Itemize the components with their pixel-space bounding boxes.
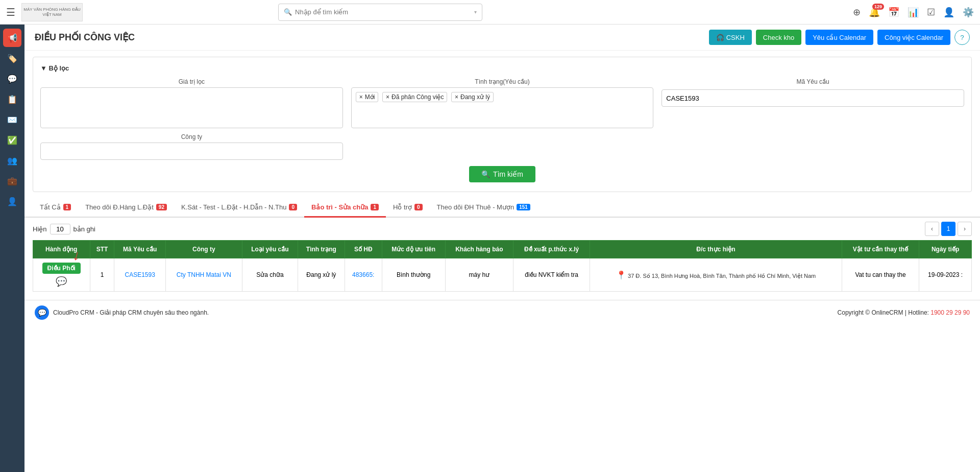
- prev-page-button[interactable]: ‹: [925, 222, 939, 236]
- footer-left-text: CloudPro CRM - Giải pháp CRM chuyên sâu …: [53, 309, 209, 316]
- logo-image: MÁY VĂN PHÒNG HÀNG ĐẦU VIỆT NAM: [21, 3, 83, 21]
- tag-da-phan[interactable]: × Đã phân Công việc: [382, 92, 447, 102]
- tag-remove-icon[interactable]: ×: [359, 93, 363, 101]
- filter-toggle[interactable]: ▼ Bộ lọc: [40, 64, 964, 72]
- tab-theo-doi-dhang[interactable]: Theo dõi Đ.Hàng L.Đặt 92: [78, 198, 174, 218]
- ma-yeu-cau-input[interactable]: [662, 89, 964, 107]
- messenger-icon: 💬: [35, 305, 49, 320]
- sidebar-item-chat[interactable]: 💬: [3, 69, 21, 88]
- pagination: ‹ 1 ›: [925, 222, 972, 236]
- main-content: ĐIỀU PHỐI CÔNG VIỆC 🎧 CSKH Check kho Yêu…: [24, 25, 980, 472]
- tag-remove-icon-2[interactable]: ×: [386, 93, 389, 101]
- hotline-link[interactable]: 1900 29 29 90: [930, 309, 970, 316]
- tab-tat-ca[interactable]: Tất Cả 1: [33, 198, 78, 218]
- page-1-button[interactable]: 1: [941, 222, 955, 236]
- cskh-button[interactable]: 🎧 CSKH: [709, 30, 752, 45]
- search-bar[interactable]: 🔍 ▾: [278, 4, 482, 21]
- sidebar-item-checklist[interactable]: ✅: [3, 131, 21, 149]
- cong-ty-group: Công ty: [40, 133, 343, 160]
- tag-moi[interactable]: × Mới: [356, 92, 379, 102]
- cell-ngay-tiep: 19-09-2023 :: [919, 258, 972, 292]
- ma-yeu-cau-label: Mã Yêu cầu: [662, 78, 964, 85]
- filter-section: ▼ Bộ lọc Giá trị lọc Tình trạng(Yêu cầu)…: [33, 57, 972, 192]
- sidebar-item-announcements[interactable]: 📢: [3, 29, 21, 47]
- cell-de-xuat: điều NVKT kiểm tra: [513, 258, 590, 292]
- footer: 💬 CloudPro CRM - Giải pháp CRM chuyên sâ…: [24, 300, 980, 325]
- records-per-page-input[interactable]: [50, 224, 70, 234]
- col-hanh-dong: Hành động: [33, 241, 90, 258]
- tab-ho-tro[interactable]: Hỗ trợ 0: [386, 198, 430, 218]
- notifications-icon[interactable]: 🔔 129: [869, 7, 880, 18]
- cell-cong-ty: Cty TNHH Matai VN: [165, 258, 242, 292]
- next-page-button[interactable]: ›: [958, 222, 972, 236]
- checkbox-icon[interactable]: ☑: [927, 7, 935, 18]
- cong-ty-input[interactable]: [40, 143, 343, 160]
- tinh-trang-group: Tình trạng(Yêu cầu) × Mới × Đã phân Công…: [351, 78, 654, 128]
- check-kho-button[interactable]: Check kho: [756, 30, 801, 45]
- cell-vat-tu: Vat tu can thay the: [842, 258, 919, 292]
- gia-tri-loc-label: Giá trị lọc: [40, 78, 343, 85]
- col-stt: STT: [90, 241, 114, 258]
- hamburger-menu[interactable]: ☰: [6, 6, 15, 18]
- address-text: 37 Đ. Số 13, Bình Hưng Hoà, Bình Tân, Th…: [628, 273, 816, 279]
- cell-stt: 1: [90, 258, 114, 292]
- ma-yeu-cau-link[interactable]: CASE1593: [125, 271, 155, 278]
- top-nav-right: ⊕ 🔔 129 📅 📊 ☑ 👤 ⚙️: [853, 7, 974, 18]
- map-pin-icon: 📍: [616, 271, 626, 279]
- gia-tri-loc-input[interactable]: [40, 87, 343, 128]
- search-icon: 🔍: [284, 8, 292, 16]
- sidebar-item-tags[interactable]: 🏷️: [3, 49, 21, 67]
- tag-dang-xu-ly-label: Đang xử lý: [460, 93, 490, 101]
- table-row: ↓ Điều Phối 💬 1 CASE1593 Cty TNHH Matai …: [33, 258, 972, 292]
- ma-yeu-cau-group: Mã Yêu cầu: [662, 78, 964, 107]
- sidebar-item-tasks[interactable]: 📋: [3, 90, 21, 108]
- cong-ty-link[interactable]: Cty TNHH Matai VN: [177, 271, 231, 278]
- dieu-phoi-button[interactable]: Điều Phối: [42, 263, 81, 274]
- sidebar-item-profile[interactable]: 👤: [3, 192, 21, 210]
- user-icon[interactable]: 👤: [943, 7, 954, 18]
- footer-left: 💬 CloudPro CRM - Giải pháp CRM chuyên sâ…: [35, 305, 209, 320]
- table-header-row: Hành động STT Mã Yêu cầu Công ty Loại yê…: [33, 241, 972, 258]
- chat-bubble-icon[interactable]: 💬: [37, 276, 86, 287]
- cong-viec-calendar-button[interactable]: Công việc Calendar: [877, 30, 950, 45]
- footer-right: Copyright © OnlineCRM | Hotline: 1900 29…: [838, 309, 970, 316]
- calendar-icon[interactable]: 📅: [888, 7, 899, 18]
- page-header: ĐIỀU PHỐI CÔNG VIỆC 🎧 CSKH Check kho Yêu…: [24, 25, 980, 51]
- hien-label: Hiện: [33, 225, 47, 233]
- tab-bao-tri[interactable]: Bảo trì - Sửa chữa 1: [304, 198, 386, 218]
- col-muc-do: Mức độ ưu tiên: [382, 241, 445, 258]
- tinh-trang-label: Tình trạng(Yêu cầu): [351, 78, 654, 85]
- data-table: Hành động STT Mã Yêu cầu Công ty Loại yê…: [33, 240, 972, 292]
- filter-grid: Giá trị lọc Tình trạng(Yêu cầu) × Mới × …: [40, 78, 964, 128]
- tab-ksat[interactable]: K.Sát - Test - L.Đặt - H.Dẫn - N.Thu 0: [174, 198, 304, 218]
- chart-icon[interactable]: 📊: [908, 7, 919, 18]
- tab-theo-doi-dh-thue[interactable]: Theo dõi ĐH Thuê - Mượn 151: [430, 198, 537, 218]
- col-ngay-tiep: Ngày tiếp: [919, 241, 972, 258]
- tag-dang-xu-ly[interactable]: × Đang xử lý: [451, 92, 494, 102]
- table-section: Hiện bản ghi ‹ 1 › Hành động STT Mã Yêu …: [24, 218, 980, 300]
- add-icon[interactable]: ⊕: [853, 7, 861, 18]
- cell-tinh-trang: Đang xử lý: [298, 258, 345, 292]
- settings-icon[interactable]: ⚙️: [963, 7, 974, 18]
- sidebar-item-team[interactable]: 👥: [3, 151, 21, 170]
- yeu-cau-calendar-button[interactable]: Yêu cầu Calendar: [805, 30, 873, 45]
- search-btn-row: 🔍 Tìm kiếm: [40, 166, 964, 182]
- sidebar-item-mail[interactable]: ✉️: [3, 110, 21, 129]
- tag-da-phan-label: Đã phân Công việc: [391, 93, 444, 101]
- col-cong-ty: Công ty: [165, 241, 242, 258]
- logo: MÁY VĂN PHÒNG HÀNG ĐẦU VIỆT NAM: [21, 3, 83, 21]
- search-input[interactable]: [295, 8, 474, 16]
- tabs-row: Tất Cả 1 Theo dõi Đ.Hàng L.Đặt 92 K.Sát …: [24, 198, 980, 218]
- sidebar: 📢 🏷️ 💬 📋 ✉️ ✅ 👥 💼 👤: [0, 25, 24, 472]
- sidebar-item-work[interactable]: 💼: [3, 172, 21, 190]
- so-hd-link[interactable]: 483665:: [352, 271, 374, 278]
- col-so-hd: Số HĐ: [345, 241, 382, 258]
- help-button[interactable]: ?: [954, 30, 970, 45]
- col-ma-yeu-cau: Mã Yêu cầu: [114, 241, 165, 258]
- search-button[interactable]: 🔍 Tìm kiếm: [469, 166, 535, 182]
- cell-muc-do: Bình thường: [382, 258, 445, 292]
- notification-badge: 129: [872, 4, 884, 10]
- cell-loai-yeu-cau: Sửa chữa: [242, 258, 298, 292]
- tag-remove-icon-3[interactable]: ×: [455, 93, 458, 101]
- top-nav: ☰ MÁY VĂN PHÒNG HÀNG ĐẦU VIỆT NAM 🔍 ▾ ⊕ …: [0, 0, 980, 25]
